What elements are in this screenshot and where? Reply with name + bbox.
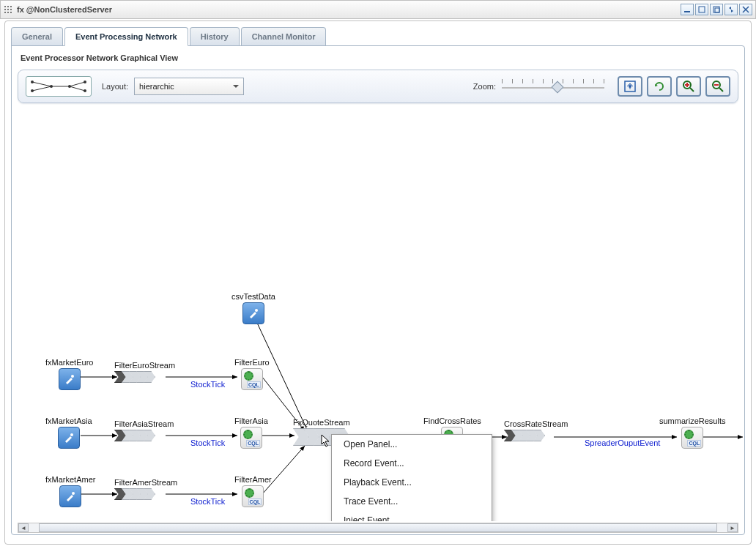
svg-line-5 bbox=[32, 86, 51, 91]
node-FilterEuro[interactable]: FilterEuro CQL bbox=[234, 358, 270, 390]
ctx-playback-event[interactable]: Playback Event... bbox=[332, 473, 492, 492]
svg-rect-2 bbox=[714, 7, 719, 12]
node-label: fxMarketEuro bbox=[45, 358, 93, 367]
close-button[interactable] bbox=[739, 4, 752, 15]
channel-icon bbox=[114, 488, 158, 500]
svg-point-39 bbox=[70, 433, 73, 436]
maximize-button[interactable] bbox=[710, 4, 723, 15]
context-menu: Open Panel... Record Event... Playback E… bbox=[331, 434, 492, 521]
node-FilterAsia[interactable]: FilterAsia CQL bbox=[234, 417, 268, 449]
node-label: FilterAmer bbox=[234, 475, 272, 484]
channel-FilterAmerStream[interactable]: FilterAmerStream bbox=[114, 478, 177, 500]
svg-line-18 bbox=[690, 88, 694, 92]
cql-icon: CQL bbox=[241, 368, 263, 390]
minimize-button[interactable] bbox=[681, 4, 694, 15]
svg-point-40 bbox=[72, 492, 75, 495]
scroll-right-button[interactable]: ► bbox=[727, 523, 738, 532]
svg-point-9 bbox=[31, 81, 34, 83]
adapter-icon bbox=[59, 368, 81, 390]
window-title: fx @NonClusteredServer bbox=[17, 5, 112, 14]
node-fxMarketEuro[interactable]: fxMarketEuro bbox=[45, 358, 93, 390]
svg-rect-1 bbox=[699, 7, 705, 12]
zoom-label: Zoom: bbox=[473, 82, 496, 91]
node-FilterAmer[interactable]: FilterAmer CQL bbox=[234, 475, 272, 507]
zoom-slider[interactable] bbox=[502, 79, 604, 94]
cql-icon: CQL bbox=[242, 485, 264, 507]
svg-point-11 bbox=[50, 85, 53, 88]
svg-point-38 bbox=[71, 375, 74, 378]
fit-to-screen-button[interactable] bbox=[618, 76, 642, 97]
channel-label: FxQuoteStream bbox=[293, 418, 350, 427]
restore-button[interactable] bbox=[695, 4, 708, 15]
window-titlebar: fx @NonClusteredServer bbox=[0, 0, 756, 19]
ctx-record-event[interactable]: Record Event... bbox=[332, 454, 492, 473]
svg-rect-0 bbox=[684, 11, 690, 12]
node-fxMarketAmer[interactable]: fxMarketAmer bbox=[45, 475, 95, 507]
channel-label: FilterAmerStream bbox=[114, 478, 177, 487]
layout-label: Layout: bbox=[102, 82, 128, 91]
link-label-stocktick: StockTick bbox=[190, 380, 225, 389]
channel-FilterAsiaStream[interactable]: FilterAsiaStream bbox=[114, 419, 174, 441]
svg-line-7 bbox=[70, 82, 85, 86]
cql-icon: CQL bbox=[240, 427, 262, 449]
ctx-trace-event[interactable]: Trace Event... bbox=[332, 492, 492, 511]
tab-bar: General Event Processing Network History… bbox=[5, 21, 751, 46]
cql-icon: CQL bbox=[681, 427, 703, 449]
zoom-out-button[interactable] bbox=[705, 76, 730, 97]
tab-event-processing-network[interactable]: Event Processing Network bbox=[64, 27, 188, 46]
svg-point-12 bbox=[68, 85, 71, 88]
ctx-inject-event[interactable]: Inject Event... bbox=[332, 511, 492, 521]
channel-label: CrossRateStream bbox=[504, 419, 568, 428]
link-label-spreader: SpreaderOuputEvent bbox=[585, 438, 660, 447]
scroll-left-button[interactable]: ◄ bbox=[18, 523, 29, 532]
node-csvTestData[interactable]: csvTestData bbox=[231, 292, 275, 324]
channel-icon bbox=[114, 430, 158, 441]
tab-general[interactable]: General bbox=[11, 27, 63, 46]
scroll-thumb[interactable] bbox=[39, 523, 717, 532]
svg-point-16 bbox=[629, 85, 631, 88]
adapter-icon bbox=[59, 485, 81, 507]
adapter-icon bbox=[242, 302, 264, 324]
channel-CrossRateStream[interactable]: CrossRateStream bbox=[504, 419, 568, 441]
refresh-button[interactable] bbox=[647, 76, 672, 97]
svg-rect-3 bbox=[715, 8, 719, 12]
window-buttons bbox=[681, 4, 752, 15]
node-label: FilterAsia bbox=[234, 417, 268, 425]
ctx-open-panel[interactable]: Open Panel... bbox=[332, 435, 492, 454]
link-label-stocktick: StockTick bbox=[190, 438, 225, 447]
tab-channel-monitor[interactable]: Channel Monitor bbox=[241, 27, 327, 46]
svg-point-13 bbox=[84, 81, 86, 83]
node-label: csvTestData bbox=[231, 292, 275, 301]
svg-point-41 bbox=[255, 309, 258, 312]
workspace: General Event Processing Network History… bbox=[4, 20, 752, 545]
channel-icon bbox=[504, 430, 548, 441]
svg-point-14 bbox=[84, 89, 86, 92]
layout-value: hierarchic bbox=[139, 82, 174, 91]
layout-preview-icon[interactable] bbox=[26, 76, 92, 97]
link-label-stocktick: StockTick bbox=[190, 497, 225, 506]
node-label: FindCrossRates bbox=[423, 417, 481, 425]
panel-header: Event Processor Network Graphical View bbox=[12, 46, 744, 67]
scroll-track[interactable] bbox=[29, 523, 727, 532]
adapter-icon bbox=[58, 427, 80, 449]
node-label: fxMarketAmer bbox=[45, 475, 95, 484]
toolbar: Layout: hierarchic Zoom: bbox=[18, 70, 738, 103]
swap-button[interactable] bbox=[724, 4, 738, 15]
tab-history[interactable]: History bbox=[190, 27, 240, 46]
channel-label: FilterEuroStream bbox=[114, 361, 175, 370]
svg-point-10 bbox=[31, 89, 34, 92]
node-fxMarketAsia[interactable]: fxMarketAsia bbox=[45, 417, 92, 449]
node-label: fxMarketAsia bbox=[45, 417, 92, 425]
channel-icon bbox=[114, 371, 158, 383]
horizontal-scrollbar[interactable]: ◄ ► bbox=[18, 523, 738, 533]
channel-FilterEuroStream[interactable]: FilterEuroStream bbox=[114, 361, 175, 383]
node-summarizeResults[interactable]: summarizeResults CQL bbox=[659, 417, 725, 449]
app-grid-icon bbox=[4, 5, 12, 14]
zoom-in-button[interactable] bbox=[676, 76, 701, 97]
epn-canvas[interactable]: fxMarketEuro fxMarketAsia fxMarketAmer c… bbox=[12, 143, 744, 521]
epn-panel: Event Processor Network Graphical View L… bbox=[11, 45, 745, 535]
node-label: FilterEuro bbox=[234, 358, 270, 367]
svg-line-4 bbox=[32, 82, 51, 86]
layout-dropdown[interactable]: hierarchic bbox=[134, 78, 244, 95]
channel-label: FilterAsiaStream bbox=[114, 419, 174, 428]
